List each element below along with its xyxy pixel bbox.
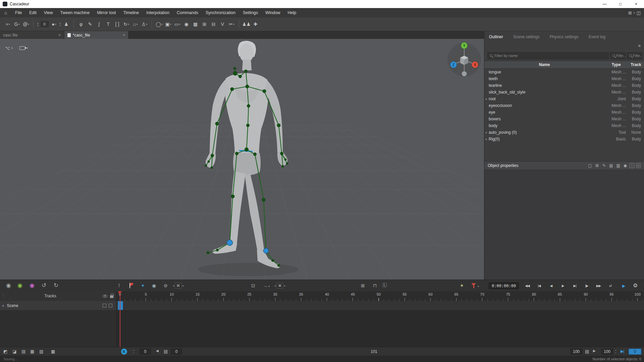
rig-setup-icon[interactable]: ✚ <box>251 20 260 28</box>
point-size-stepper[interactable]: ▴▾ <box>37 22 39 26</box>
dropdown-caret-icon[interactable]: ▾ <box>146 23 147 26</box>
paste-keys-icon[interactable]: ▧ <box>39 349 43 354</box>
dropdown-caret-icon[interactable]: ▾ <box>268 285 270 288</box>
outliner-row-eye[interactable]: eyeMesh ...Body <box>484 109 644 116</box>
stepper-up-icon[interactable]: ▴ <box>37 22 39 24</box>
end-frame-input[interactable]: 0 <box>629 349 641 355</box>
stepper-up-icon[interactable]: ▴ <box>60 22 61 24</box>
outliner-row-teeth[interactable]: teethMesh ...Body <box>484 75 644 82</box>
outliner-row-slick-back-old-style[interactable]: slick_back_old_styleMesh ...Body <box>484 89 644 96</box>
filter-track-input[interactable]: Filte... <box>627 52 642 59</box>
auto-key-button[interactable]: K <box>121 349 127 355</box>
dropdown-caret-icon[interactable]: ▾ <box>634 11 635 14</box>
layer-raise-icon[interactable]: ⊞ <box>200 20 209 28</box>
next-key-button[interactable]: |▶ <box>581 282 592 289</box>
prev-frame-button[interactable]: ◀ <box>546 282 556 289</box>
text-tool-icon[interactable]: T <box>104 20 112 28</box>
timeline-body[interactable] <box>0 310 644 347</box>
frame-stepper[interactable]: + − <box>133 349 135 354</box>
tab-close-icon[interactable]: × <box>58 33 61 38</box>
range-end-input[interactable]: 100 <box>601 349 613 355</box>
dropdown-caret-icon[interactable]: ▾ <box>55 23 56 26</box>
timeline-settings-gear-icon[interactable]: ⚙ <box>633 282 638 289</box>
tab-scene-settings[interactable]: Scene settings <box>513 35 540 39</box>
gizmo-negative-axis[interactable] <box>462 71 467 76</box>
camera-tool-icon[interactable]: ▣▾ <box>164 20 172 28</box>
expand-arrow-icon[interactable]: ▸ <box>484 131 489 134</box>
ik-next-icon[interactable]: ▸ <box>284 284 285 287</box>
layout-preset-icon[interactable]: ⊞ <box>628 10 632 15</box>
dropdown-caret-icon[interactable]: ▾ <box>128 23 129 26</box>
outliner-row-root[interactable]: ▸rootJointBody <box>484 96 644 102</box>
snap-grid-icon[interactable]: ⊞ <box>594 163 600 168</box>
relax-pose-icon[interactable]: ↺ <box>42 283 46 288</box>
snap-magnet-icon[interactable]: ⊓ <box>373 283 377 288</box>
left-ankle-selected-joint[interactable] <box>227 240 233 246</box>
menu-commands[interactable]: Commands <box>173 8 202 17</box>
menu-edit[interactable]: Edit <box>25 8 40 17</box>
frame-select-icon[interactable]: ▭▾ <box>173 20 181 28</box>
curve-tool-icon[interactable]: ≈▾ <box>4 20 12 28</box>
fast-forward-button[interactable]: ▶▶ <box>593 282 604 289</box>
dropdown-caret-icon[interactable]: ▾ <box>136 23 138 26</box>
range-menu-icon[interactable]: ▤ <box>585 349 589 354</box>
go-to-end-icon[interactable]: ▶| <box>621 349 624 354</box>
track-checkbox-1[interactable] <box>103 304 106 307</box>
dropdown-caret-icon[interactable]: ▾ <box>170 23 171 26</box>
ik-mode-button[interactable]: IK <box>175 283 182 289</box>
outliner-row-body[interactable]: bodyMesh ...Body <box>484 122 644 129</box>
maximize-button[interactable]: □ <box>612 0 628 8</box>
panel-toggle-icon[interactable]: ◫ <box>637 10 641 15</box>
tangent-pen-icon[interactable]: ✎ <box>86 20 94 28</box>
tab-casc-file[interactable]: *casc_file× <box>64 31 128 39</box>
menu-file[interactable]: File <box>11 8 25 17</box>
fill-interval-icon[interactable]: ▩ <box>51 349 55 354</box>
interval-value-input[interactable]: 0 <box>171 349 182 355</box>
trajectory-icon[interactable]: → <box>263 283 268 288</box>
prev-interval-icon[interactable]: ◀ <box>156 349 159 353</box>
nav-gizmo[interactable]: Y X Z <box>447 43 481 77</box>
keys-grid-icon[interactable]: ⊞ <box>361 283 365 288</box>
range-stepper[interactable]: + − <box>615 349 616 354</box>
uv-icon[interactable]: U <box>636 163 641 168</box>
rewind-button[interactable]: ◀◀ <box>522 282 533 289</box>
outliner-row-tongue[interactable]: tongueMesh ...Body <box>484 69 644 75</box>
panel-menu-icon[interactable]: ≡ <box>638 43 641 48</box>
camera-view-button[interactable]: ▾ <box>18 44 30 52</box>
interpolation-curve-icon[interactable]: ∫ <box>95 20 103 28</box>
sphere-gizmo-icon[interactable]: ◯▾ <box>155 20 163 28</box>
ik-switch-2[interactable]: ◂ IK ▸ <box>274 283 285 289</box>
filter-funnel-icon[interactable] <box>471 283 476 286</box>
display-icon[interactable]: ▢ <box>587 163 593 168</box>
play-button[interactable]: ▶ <box>557 282 568 289</box>
rig-display-button[interactable]: ⌥ ▾ <box>3 44 14 52</box>
outliner-row-boxers[interactable]: boxersMesh ...Body <box>484 116 644 122</box>
key-tool-icon[interactable]: ✦ <box>141 283 145 288</box>
checker-overlay-icon[interactable]: ▦ <box>191 20 200 28</box>
layer-lower-icon[interactable]: ⊟ <box>209 20 218 28</box>
column-type[interactable]: Type <box>604 62 628 67</box>
track-list-icon[interactable]: ▤ <box>21 349 25 354</box>
menu-timeline[interactable]: Timeline <box>119 8 143 17</box>
right-ankle-selected-joint[interactable] <box>264 248 269 253</box>
point-tool-icon[interactable]: ●▾ <box>50 20 58 28</box>
visibility-eye-icon[interactable] <box>103 295 107 298</box>
dropdown-caret-icon[interactable]: ▾ <box>478 285 479 288</box>
stepper-down-icon[interactable]: ▾ <box>37 24 39 26</box>
autoposing-mode-icon[interactable]: @▾ <box>22 20 30 28</box>
tab-close-icon[interactable]: × <box>122 33 125 38</box>
prev-key-button[interactable]: |◀ <box>534 282 544 289</box>
range-start-input[interactable]: 100 <box>570 349 582 355</box>
interval-stepper[interactable]: ▴▾ <box>60 22 61 26</box>
characters-pair-icon[interactable]: ♟♟ <box>242 20 251 28</box>
secondary-motion-gear-icon[interactable]: ◉ <box>30 283 35 288</box>
menu-interpolation[interactable]: Interpolation <box>143 8 173 17</box>
info-icon[interactable]: I <box>630 163 634 168</box>
ik-prev-icon[interactable]: ◂ <box>173 284 174 287</box>
sync-play-button[interactable]: ▶ <box>618 282 629 289</box>
stepper-down-icon[interactable]: − <box>615 352 616 354</box>
outliner-row-tearline[interactable]: tearlineMesh ...Body <box>484 82 644 89</box>
graph-mode-icon[interactable]: G▾ <box>13 20 21 28</box>
menu-help[interactable]: Help <box>284 8 300 17</box>
scene-track-timeline[interactable] <box>116 301 644 310</box>
